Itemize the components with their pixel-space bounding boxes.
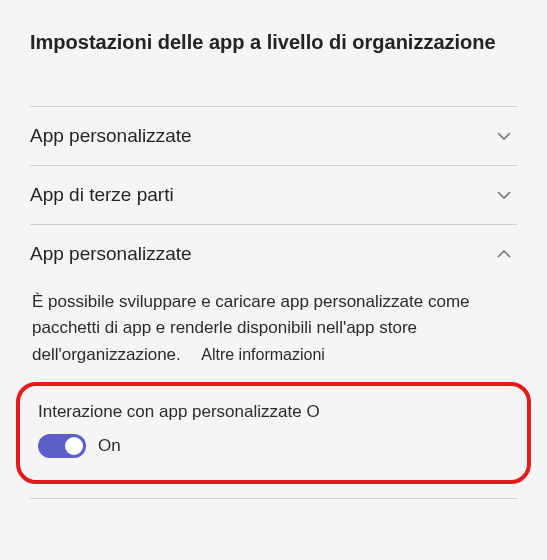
chevron-down-icon [495,186,513,204]
highlight-box: Interazione con app personalizzate O On [16,382,531,484]
chevron-up-icon [495,245,513,263]
accordion-body-custom-apps-2: È possibile sviluppare e caricare app pe… [30,283,517,498]
accordion-header-custom-apps-2[interactable]: App personalizzate [30,225,517,283]
toggle-row: On [38,434,509,458]
accordion-header-custom-apps-1[interactable]: App personalizzate [30,107,517,165]
accordion-section-custom-apps-1: App personalizzate [30,106,517,166]
accordion-title: App personalizzate [30,243,192,265]
toggle-knob [65,437,83,455]
page-title: Impostazioni delle app a livello di orga… [30,28,517,56]
toggle-label: Interazione con app personalizzate O [38,402,509,422]
learn-more-link[interactable]: Altre informazioni [201,346,325,363]
accordion-header-third-party-apps[interactable]: App di terze parti [30,166,517,224]
accordion-title: App di terze parti [30,184,174,206]
custom-apps-interaction-toggle[interactable] [38,434,86,458]
accordion-section-third-party-apps: App di terze parti [30,166,517,225]
accordion-title: App personalizzate [30,125,192,147]
accordion-section-custom-apps-2: App personalizzate È possibile sviluppar… [30,225,517,499]
chevron-down-icon [495,127,513,145]
toggle-state-text: On [98,436,121,456]
